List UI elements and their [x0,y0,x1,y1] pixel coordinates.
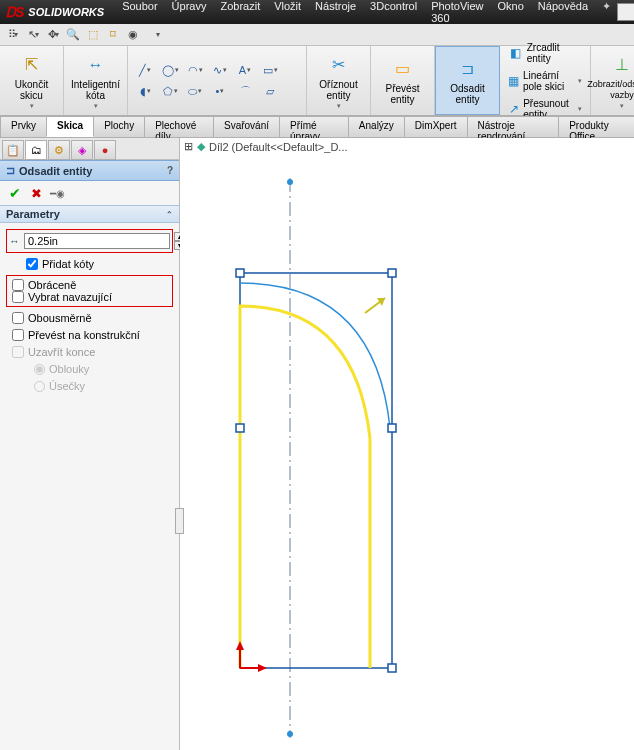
circle-tool-icon[interactable]: ◯ [159,60,181,80]
linear-pattern-label: Lineární pole skici [523,70,574,92]
ribbon: ⇱ Ukončit skicu ▾ ↔ Inteligentní kóta ▾ … [0,46,634,116]
relations-button[interactable]: ⊥ Zobrazit/odstranit vazby ▾ [595,51,634,111]
pm-section-body: ↔ ▲ ▼ Přidat kóty Obráceně Vybrat navaz [0,223,179,398]
ellipse-tool-icon[interactable]: ⬭ [184,81,206,101]
add-dims-checkbox[interactable] [26,258,38,270]
fm-tab-tree-icon[interactable]: 📋 [2,140,24,160]
source-arc[interactable] [240,283,390,428]
reverse-checkbox[interactable] [12,279,24,291]
menu-view[interactable]: Zobrazit [214,0,266,26]
ribbon-group-trim: ✂ Oříznout entity ▾ [307,46,371,115]
menu-window[interactable]: Okno [492,0,530,26]
point-tool-icon[interactable]: • [209,81,231,101]
svg-marker-10 [258,664,267,672]
svg-rect-2 [236,269,244,277]
spline-tool-icon[interactable]: ∿ [209,60,231,80]
ribbon-group-dim: ↔ Inteligentní kóta ▾ [64,46,128,115]
offset-pm-icon: ⊐ [6,164,15,177]
menu-pin-icon[interactable]: ✦ [596,0,617,26]
exit-sketch-label: Ukončit skicu [6,79,57,101]
linear-pattern-icon: ▦ [508,73,519,89]
tab-weldments[interactable]: Svařování [213,116,280,137]
plane-tool-icon[interactable]: ▱ [259,81,281,101]
fm-tab-config-icon[interactable]: ⚙ [48,140,70,160]
select-chain-label: Vybrat navazující [28,291,112,303]
menu-photoview[interactable]: PhotoView 360 [425,0,489,26]
qt-target-icon[interactable]: ◉ [124,27,142,43]
tab-sketch[interactable]: Skica [46,116,94,137]
add-dims-checkbox-row[interactable]: Přidat kóty [6,258,173,270]
tab-features[interactable]: Prvky [0,116,47,137]
menu-3dcontrol[interactable]: 3Dcontrol [364,0,423,26]
pm-cancel-button[interactable]: ✖ [27,184,45,202]
mirror-label: Zrcadlit entity [527,42,582,64]
ribbon-group-tools: ╱ ◯ ◠ ∿ A ▭ ◖ ⬠ ⬭ • ⌒ ▱ [128,46,307,115]
trim-icon: ✂ [327,53,351,77]
qt-step-icon[interactable]: ⬚ [84,27,102,43]
select-chain-checkbox[interactable] [12,291,24,303]
pm-ok-button[interactable]: ✔ [6,184,24,202]
arcs-radio-row: Oblouky [6,363,173,375]
offset-distance-input[interactable] [24,233,170,249]
menu-edit[interactable]: Úpravy [166,0,213,26]
convert-label: Převést entity [377,83,428,105]
qt-dropdown-icon[interactable] [150,27,168,43]
text-tool-icon[interactable]: A [234,60,256,80]
tab-render[interactable]: Nástroje rendrování [467,116,560,137]
menu-bar: Soubor Úpravy Zobrazit Vložit Nástroje 3… [116,0,617,26]
qt-kitchen-icon[interactable]: ⌑ [104,27,122,43]
arc-tool-icon[interactable]: ◠ [184,60,206,80]
titlebar-right-icons [617,3,634,21]
reverse-checkbox-row[interactable]: Obráceně [10,279,169,291]
convert-button[interactable]: ▭ Převést entity [375,55,430,107]
mirror-button[interactable]: ◧ Zrcadlit entity [504,40,586,66]
sketch-handles [236,269,396,672]
linear-pattern-button[interactable]: ▦ Lineární pole skici ▾ [504,68,586,94]
select-chain-checkbox-row[interactable]: Vybrat navazující [10,291,169,303]
smart-dim-button[interactable]: ↔ Inteligentní kóta ▾ [68,51,123,111]
centerline-end-top [287,179,293,185]
qt-cursor-icon[interactable]: ↖ [24,27,42,43]
qt-move-icon[interactable]: ✥ [44,27,62,43]
lines-label: Úsečky [49,380,85,392]
qt-custom-icon[interactable]: ⠿ [4,27,22,43]
tab-analysis[interactable]: Analýzy [348,116,405,137]
pm-help-icon[interactable]: ? [167,165,173,176]
qt-zoom-icon[interactable]: 🔍 [64,27,82,43]
to-construction-checkbox[interactable] [12,329,24,341]
ribbon-group-pattern: ◧ Zrcadlit entity ▦ Lineární pole skici … [500,46,591,115]
menu-file[interactable]: Soubor [116,0,163,26]
exit-sketch-button[interactable]: ⇱ Ukončit skicu ▾ [4,51,59,111]
property-manager-pane: 📋 🗂 ⚙ ◈ ● ⊐ Odsadit entity ? ✔ ✖ ━◉ Para… [0,138,180,750]
tab-dimxpert[interactable]: DimXpert [404,116,468,137]
tab-direct[interactable]: Přímé úpravy [279,116,349,137]
fillet-tool-icon[interactable]: ⌒ [234,81,256,101]
trim-button[interactable]: ✂ Oříznout entity ▾ [311,51,366,111]
close-ends-label: Uzavřít konce [28,346,95,358]
tab-surfaces[interactable]: Plochy [93,116,145,137]
pm-section-params[interactable]: Parametry ⌃ [0,205,179,223]
bidir-label: Obousměrně [28,312,92,324]
menu-tools[interactable]: Nástroje [309,0,362,26]
offset-button[interactable]: ⊐ Odsadit entity [440,55,495,107]
menu-help[interactable]: Nápověda [532,0,594,26]
fm-tab-pm-icon[interactable]: 🗂 [25,140,47,160]
line-tool-icon[interactable]: ╱ [134,60,156,80]
tab-office[interactable]: Produkty Office [558,116,634,137]
pm-pushpin-button[interactable]: ━◉ [48,184,66,202]
slot-tool-icon[interactable]: ◖ [134,81,156,101]
to-construction-checkbox-row[interactable]: Převést na konstrukční [6,329,173,341]
pm-title-bar: ⊐ Odsadit entity ? [0,160,179,181]
fm-tab-dim-icon[interactable]: ◈ [71,140,93,160]
bidir-checkbox[interactable] [12,312,24,324]
fm-tab-render-icon[interactable]: ● [94,140,116,160]
rect-tool-icon[interactable]: ▭ [259,60,281,80]
poly-tool-icon[interactable]: ⬠ [159,81,181,101]
tab-sheetmetal[interactable]: Plechové díly [144,116,214,137]
mirror-icon: ◧ [508,45,523,61]
menu-insert[interactable]: Vložit [268,0,307,26]
main-area: 📋 🗂 ⚙ ◈ ● ⊐ Odsadit entity ? ✔ ✖ ━◉ Para… [0,138,634,750]
new-doc-icon[interactable] [617,3,634,21]
graphics-area[interactable]: ⊞ ◆ Díl2 (Default<<Default>_D... [180,138,634,750]
bidir-checkbox-row[interactable]: Obousměrně [6,312,173,324]
